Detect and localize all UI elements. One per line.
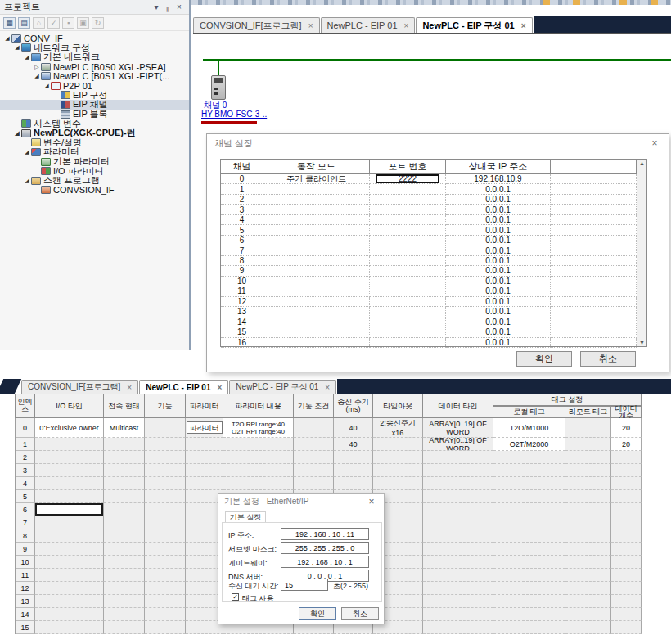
channel-cell[interactable]: 0.0.0.1	[446, 286, 551, 296]
channel-cell[interactable]: 0.0.0.1	[446, 277, 551, 286]
eip-cell[interactable]: 4	[16, 477, 35, 490]
channel-cell[interactable]	[263, 215, 370, 225]
eip-cell[interactable]	[565, 582, 611, 595]
eip-cell[interactable]	[423, 529, 493, 543]
tab-close-icon[interactable]: ×	[325, 383, 330, 392]
eip-cell[interactable]	[35, 464, 104, 477]
channel-cell[interactable]: 0.0.0.1	[446, 215, 551, 225]
selected-cell[interactable]: 2222	[376, 174, 439, 183]
eip-row[interactable]: 3	[16, 464, 642, 477]
channel-cell[interactable]: 8	[221, 256, 263, 266]
channel-cell[interactable]: 0.0.0.1	[446, 184, 551, 194]
eip-cell[interactable]	[423, 490, 493, 503]
eip-cell[interactable]	[493, 556, 565, 569]
eip-cell[interactable]	[565, 543, 611, 556]
refresh-icon[interactable]: ↻	[92, 17, 104, 29]
eip-cell[interactable]	[493, 516, 565, 529]
scroll-up-icon[interactable]: ▲	[637, 160, 646, 166]
panel-pin-icon[interactable]: ╥	[162, 2, 173, 11]
channel-cell[interactable]: 0.0.0.1	[446, 205, 551, 214]
eip-cell[interactable]	[493, 464, 565, 477]
eip-cell[interactable]	[611, 503, 642, 516]
eip-cell[interactable]	[373, 464, 423, 477]
tree-expander-icon[interactable]: ◢	[23, 149, 31, 155]
channel-cell[interactable]: 0.0.0.1	[446, 338, 551, 348]
eip-cell[interactable]	[493, 503, 565, 516]
channel-cell[interactable]	[370, 236, 446, 245]
eip-cell[interactable]	[145, 503, 186, 516]
eip-cell[interactable]	[145, 621, 186, 634]
eip-cell[interactable]: 13	[16, 595, 35, 608]
channel-cell[interactable]	[370, 205, 446, 214]
eip-cell[interactable]	[493, 529, 565, 543]
eip-cell[interactable]	[565, 477, 611, 490]
channel-cell[interactable]	[370, 317, 446, 327]
eip-cell[interactable]	[373, 438, 423, 451]
channel-cell[interactable]	[551, 236, 637, 245]
channel-cell[interactable]	[263, 286, 370, 296]
build-icon[interactable]: ▣	[77, 17, 89, 29]
eip-row[interactable]: 2	[16, 451, 642, 464]
tree-view-icon[interactable]: ▦	[3, 17, 16, 29]
channel-cell[interactable]	[263, 225, 370, 235]
channel-row[interactable]: 30.0.0.1	[221, 205, 637, 214]
eip-cell[interactable]	[223, 438, 294, 451]
channel-cell[interactable]: 0	[221, 174, 263, 184]
eip-cell[interactable]: ARRAY[0..19] OF WORD	[423, 438, 493, 451]
tab-newplc-eip-01[interactable]: NewPLC - EIP 구성 01×	[416, 17, 532, 33]
eip-cell[interactable]	[565, 516, 611, 529]
channel-row[interactable]: 50.0.0.1	[221, 225, 637, 235]
eip-cell[interactable]: T2O RPI range:40 O2T RPI range:40	[223, 418, 294, 438]
eip-cell[interactable]	[294, 451, 334, 464]
tree-item-4[interactable]: ◢NewPLC [B0S1 XGL-EIPT(...	[0, 71, 189, 81]
eip-cell[interactable]	[611, 490, 642, 503]
eip-cell[interactable]	[104, 438, 145, 451]
channel-cell[interactable]	[263, 195, 370, 205]
channel-cell[interactable]	[551, 205, 637, 214]
channel-cell[interactable]: 0.0.0.1	[446, 236, 551, 245]
channel-cell[interactable]: 0.0.0.1	[446, 297, 551, 307]
eip-cell[interactable]	[104, 451, 145, 464]
channel-cell[interactable]	[370, 327, 446, 337]
channel-cell[interactable]	[551, 174, 637, 184]
channel-cell[interactable]	[551, 245, 637, 255]
channel-cell[interactable]: 0.0.0.1	[446, 307, 551, 317]
eip-cell[interactable]	[334, 464, 373, 477]
eip-cell[interactable]: 2	[16, 451, 35, 464]
channel-cell[interactable]	[370, 195, 446, 205]
eip-cell[interactable]	[565, 464, 611, 477]
channel-cell[interactable]	[551, 195, 637, 205]
eip-cell[interactable]	[493, 582, 565, 595]
tab-newplc-eip-01[interactable]: NewPLC - EIP 01×	[139, 380, 228, 394]
tree-expander-icon[interactable]: ◢	[13, 44, 21, 51]
eip-cell[interactable]	[565, 556, 611, 569]
eip-cell[interactable]: 40	[334, 418, 373, 438]
cancel-button[interactable]: 취소	[580, 351, 636, 367]
channel-table-scrollbar[interactable]: ▲ ▼	[637, 160, 646, 346]
channel-cell[interactable]	[370, 184, 446, 194]
channel-cell[interactable]: 7	[221, 245, 263, 255]
channel-cell[interactable]	[551, 338, 637, 348]
tree-item-10[interactable]: ◢NewPLC(XGK-CPUE)-런	[0, 128, 189, 138]
eip-cell[interactable]	[611, 477, 642, 490]
eip-cell[interactable]	[104, 556, 145, 569]
eip-cell[interactable]	[611, 556, 642, 569]
eip-row[interactable]: 4	[16, 477, 642, 490]
channel-cell[interactable]: 16	[221, 338, 263, 348]
eip-cell[interactable]	[145, 582, 186, 595]
channel-cell[interactable]	[551, 256, 637, 266]
eip-cell[interactable]	[423, 464, 493, 477]
eip-cell[interactable]	[611, 621, 642, 634]
eip-cell[interactable]	[294, 464, 334, 477]
channel-cell[interactable]: 0.0.0.1	[446, 317, 551, 327]
channel-cell[interactable]	[370, 215, 446, 225]
eip-cell[interactable]	[493, 490, 565, 503]
eip-cell[interactable]: Multicast	[104, 418, 145, 438]
eip-cell[interactable]	[565, 418, 611, 438]
channel-cell[interactable]: 13	[221, 307, 263, 317]
eip-cell[interactable]	[611, 569, 642, 582]
eip-cell[interactable]	[35, 529, 104, 543]
tab-newplc-eip-01[interactable]: NewPLC - EIP 구성 01×	[229, 380, 336, 394]
eip-cell[interactable]	[493, 477, 565, 490]
dialog-close-icon[interactable]: ×	[648, 137, 661, 149]
